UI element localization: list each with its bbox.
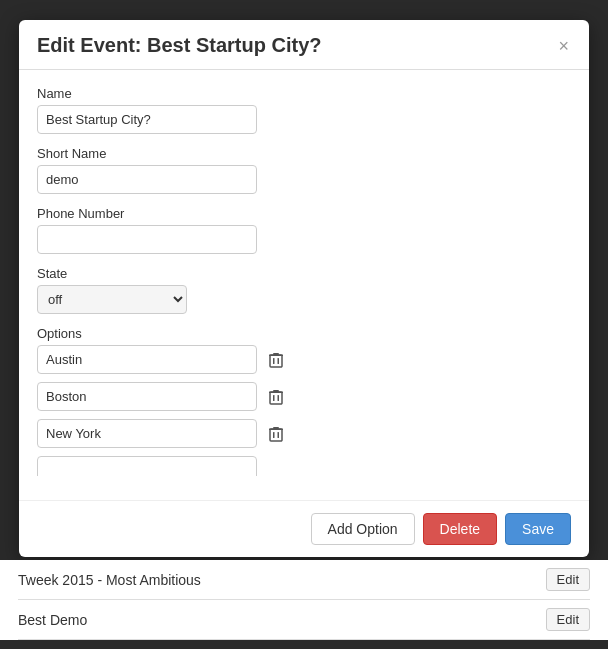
state-label: State: [37, 266, 571, 281]
modal-title: Edit Event: Best Startup City?: [37, 34, 321, 57]
bg-row-1-edit-button[interactable]: Edit: [546, 608, 590, 631]
save-button[interactable]: Save: [505, 513, 571, 545]
option-input-1[interactable]: [37, 382, 257, 411]
options-label: Options: [37, 326, 571, 341]
name-input[interactable]: [37, 105, 257, 134]
short-name-input[interactable]: [37, 165, 257, 194]
option-input-3[interactable]: [37, 456, 257, 476]
options-group: Options: [37, 326, 571, 476]
modal-header: Edit Event: Best Startup City? ×: [19, 20, 589, 70]
svg-rect-2: [269, 355, 283, 357]
option-row-0: [37, 345, 571, 374]
short-name-group: Short Name: [37, 146, 571, 194]
svg-rect-4: [278, 358, 280, 364]
state-select[interactable]: off on draft: [37, 285, 187, 314]
svg-rect-14: [278, 432, 280, 438]
svg-rect-12: [269, 429, 283, 431]
trash-icon-2: [269, 425, 283, 442]
background-content: Tweek 2015 - Most Ambitious Edit Best De…: [0, 560, 608, 640]
phone-label: Phone Number: [37, 206, 571, 221]
delete-option-2-button[interactable]: [265, 423, 287, 444]
svg-rect-3: [273, 358, 275, 364]
delete-option-0-button[interactable]: [265, 349, 287, 370]
svg-rect-8: [273, 395, 275, 401]
option-row-1: [37, 382, 571, 411]
option-input-0[interactable]: [37, 345, 257, 374]
delete-option-1-button[interactable]: [265, 386, 287, 407]
svg-rect-0: [270, 355, 282, 367]
delete-button[interactable]: Delete: [423, 513, 497, 545]
name-group: Name: [37, 86, 571, 134]
edit-event-modal: Edit Event: Best Startup City? × Name Sh…: [19, 20, 589, 557]
svg-rect-7: [269, 392, 283, 394]
option-row-2: [37, 419, 571, 448]
phone-group: Phone Number: [37, 206, 571, 254]
bg-row-1-label: Best Demo: [18, 612, 87, 628]
add-option-button[interactable]: Add Option: [311, 513, 415, 545]
modal-body: Name Short Name Phone Number State off o…: [19, 70, 589, 500]
bg-row-0: Tweek 2015 - Most Ambitious Edit: [18, 560, 590, 600]
svg-rect-9: [278, 395, 280, 401]
options-list: [37, 345, 571, 476]
name-label: Name: [37, 86, 571, 101]
trash-icon-1: [269, 388, 283, 405]
bg-row-0-label: Tweek 2015 - Most Ambitious: [18, 572, 201, 588]
modal-backdrop: Edit Event: Best Startup City? × Name Sh…: [0, 0, 608, 649]
bg-row-1: Best Demo Edit: [18, 600, 590, 640]
phone-input[interactable]: [37, 225, 257, 254]
option-row-3-partial: [37, 456, 571, 476]
option-input-2[interactable]: [37, 419, 257, 448]
close-button[interactable]: ×: [556, 37, 571, 55]
trash-icon-0: [269, 351, 283, 368]
svg-rect-13: [273, 432, 275, 438]
short-name-label: Short Name: [37, 146, 571, 161]
svg-rect-5: [270, 392, 282, 404]
bg-row-0-edit-button[interactable]: Edit: [546, 568, 590, 591]
modal-footer: Add Option Delete Save: [19, 500, 589, 557]
svg-rect-10: [270, 429, 282, 441]
state-group: State off on draft: [37, 266, 571, 314]
